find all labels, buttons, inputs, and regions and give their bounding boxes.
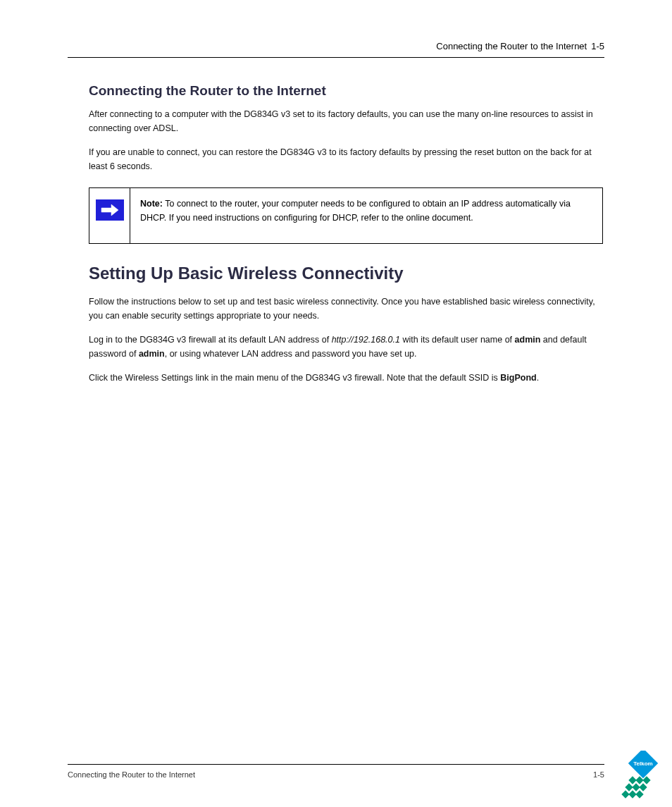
note-label: Note: xyxy=(140,199,163,209)
text-run: with its default user name of xyxy=(400,335,515,345)
svg-rect-8 xyxy=(621,790,629,798)
telkom-logo: Telkom xyxy=(617,751,669,803)
header-page-number: 1-5 xyxy=(591,41,604,51)
text-run: . xyxy=(537,373,539,383)
text-run: Click the Wireless Settings link in the … xyxy=(89,373,500,383)
footer-right: 1-5 xyxy=(593,770,604,779)
svg-rect-2 xyxy=(628,776,636,784)
paragraph: Click the Wireless Settings link in the … xyxy=(89,371,604,385)
svg-rect-7 xyxy=(639,783,647,791)
url-text: http://192.168.0.1 xyxy=(332,335,400,345)
password-text: admin xyxy=(139,349,165,359)
note-text: Note: To connect to the router, your com… xyxy=(130,188,602,243)
text-run: , or using whatever LAN address and pass… xyxy=(165,349,417,359)
note-body: To connect to the router, your computer … xyxy=(140,199,571,223)
document-page: Connecting the Router to the Internet 1-… xyxy=(0,0,672,807)
header-rule xyxy=(68,57,604,58)
paragraph: Log in to the DG834G v3 firewall at its … xyxy=(89,333,604,361)
paragraph: After connecting to a computer with the … xyxy=(89,107,604,135)
svg-rect-6 xyxy=(632,783,640,791)
svg-text:Telkom: Telkom xyxy=(633,760,652,767)
note-icon-cell xyxy=(89,188,130,243)
svg-rect-5 xyxy=(625,783,633,791)
page-content: Connecting the Router to the Internet Af… xyxy=(68,83,604,385)
header-title: Connecting the Router to the Internet xyxy=(436,41,587,51)
page-header: Connecting the Router to the Internet 1-… xyxy=(68,41,604,51)
paragraph: Follow the instructions below to set up … xyxy=(89,295,604,323)
username-text: admin xyxy=(515,335,543,345)
svg-rect-9 xyxy=(628,790,636,798)
section-heading-connecting: Connecting the Router to the Internet xyxy=(89,83,604,99)
note-box: Note: To connect to the router, your com… xyxy=(89,187,603,244)
ssid-text: BigPond xyxy=(500,373,536,383)
footer-rule xyxy=(68,764,604,765)
page-footer: Connecting the Router to the Internet 1-… xyxy=(68,764,604,779)
arrow-right-icon xyxy=(96,199,124,221)
section-heading-wireless: Setting Up Basic Wireless Connectivity xyxy=(89,264,604,283)
paragraph: If you are unable to connect, you can re… xyxy=(89,145,604,173)
footer-left: Connecting the Router to the Internet xyxy=(68,770,195,779)
svg-rect-10 xyxy=(635,790,643,798)
footer-line: Connecting the Router to the Internet 1-… xyxy=(68,770,604,779)
text-run: Log in to the DG834G v3 firewall at its … xyxy=(89,335,332,345)
